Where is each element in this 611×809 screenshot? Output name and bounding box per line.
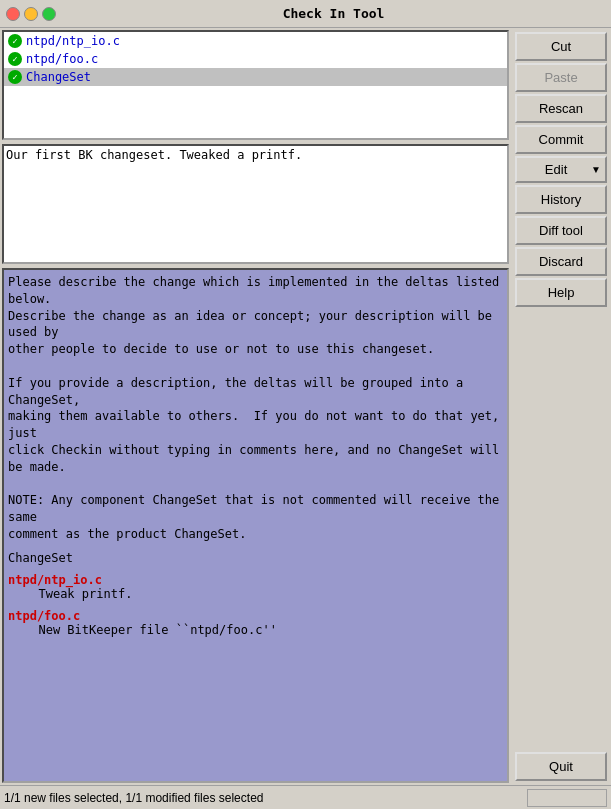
file-name: ntpd/ntp_io.c	[26, 34, 120, 48]
status-bar: 1/1 new files selected, 1/1 modified fil…	[0, 785, 611, 809]
status-text: 1/1 new files selected, 1/1 modified fil…	[4, 791, 527, 805]
right-panel: Cut Paste Rescan Commit Edit ▼ History D…	[511, 28, 611, 785]
commit-message-input[interactable]: Our first BK changeset. Tweaked a printf…	[4, 146, 507, 262]
title-bar: Check In Tool	[0, 0, 611, 28]
file-list: ✓ ntpd/ntp_io.c ✓ ntpd/foo.c ✓ ChangeSet	[4, 32, 507, 86]
file-status-icon: ✓	[8, 34, 22, 48]
changeset-label: ChangeSet	[8, 551, 503, 565]
quit-button[interactable]: Quit	[515, 752, 607, 781]
list-item[interactable]: ✓ ntpd/ntp_io.c	[4, 32, 507, 50]
edit-dropdown[interactable]: Edit ▼	[515, 156, 607, 183]
maximize-button[interactable]	[42, 7, 56, 21]
history-button[interactable]: History	[515, 185, 607, 214]
discard-button[interactable]: Discard	[515, 247, 607, 276]
chevron-down-icon: ▼	[591, 164, 601, 175]
changeset-section: ChangeSet ntpd/ntp_io.c Tweak printf. nt…	[8, 551, 503, 637]
text-edit-container[interactable]: Our first BK changeset. Tweaked a printf…	[2, 144, 509, 264]
paste-button[interactable]: Paste	[515, 63, 607, 92]
cut-button[interactable]: Cut	[515, 32, 607, 61]
file-status-icon: ✓	[8, 52, 22, 66]
rescan-button[interactable]: Rescan	[515, 94, 607, 123]
entry-detail: Tweak printf.	[8, 587, 503, 601]
entry-filename: ntpd/ntp_io.c	[8, 573, 503, 587]
description-container[interactable]: Please describe the change which is impl…	[2, 268, 509, 783]
entry-detail: New BitKeeper file ``ntpd/foo.c''	[8, 623, 503, 637]
list-item[interactable]: ✓ ntpd/foo.c	[4, 50, 507, 68]
status-indicator	[527, 789, 607, 807]
close-button[interactable]	[6, 7, 20, 21]
diff-tool-button[interactable]: Diff tool	[515, 216, 607, 245]
file-list-container[interactable]: ✓ ntpd/ntp_io.c ✓ ntpd/foo.c ✓ ChangeSet	[2, 30, 509, 140]
list-item[interactable]: ✓ ChangeSet	[4, 68, 507, 86]
entry-filename: ntpd/foo.c	[8, 609, 503, 623]
window-controls	[6, 7, 56, 21]
commit-button[interactable]: Commit	[515, 125, 607, 154]
minimize-button[interactable]	[24, 7, 38, 21]
file-status-icon: ✓	[8, 70, 22, 84]
window-title: Check In Tool	[62, 6, 605, 21]
file-entry: ntpd/ntp_io.c Tweak printf.	[8, 573, 503, 601]
edit-label: Edit	[521, 162, 591, 177]
help-button[interactable]: Help	[515, 278, 607, 307]
main-container: ✓ ntpd/ntp_io.c ✓ ntpd/foo.c ✓ ChangeSet…	[0, 28, 611, 785]
file-name: ChangeSet	[26, 70, 91, 84]
file-name: ntpd/foo.c	[26, 52, 98, 66]
left-panel: ✓ ntpd/ntp_io.c ✓ ntpd/foo.c ✓ ChangeSet…	[0, 28, 511, 785]
file-entry: ntpd/foo.c New BitKeeper file ``ntpd/foo…	[8, 609, 503, 637]
instructions-text: Please describe the change which is impl…	[8, 274, 503, 543]
